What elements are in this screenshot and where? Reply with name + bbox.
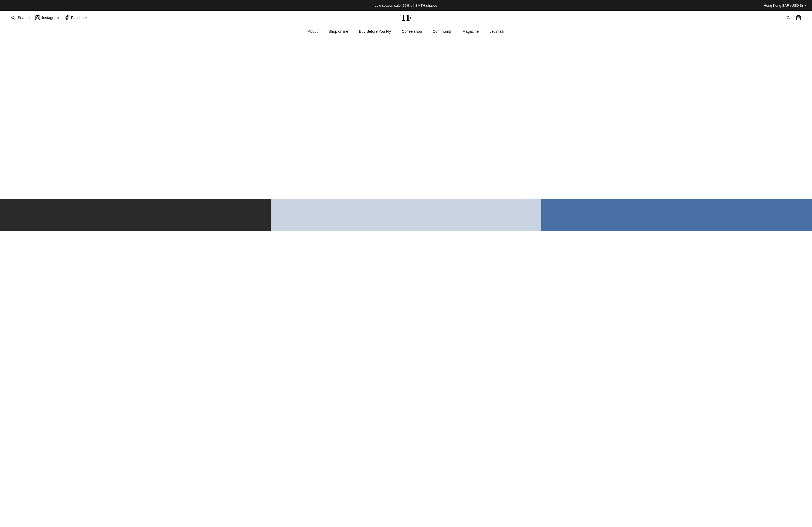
image-strip-item-1 — [0, 199, 271, 231]
cart-label: Cart — [787, 16, 794, 20]
nav-item-about[interactable]: About — [308, 29, 318, 33]
image-strip-item-3 — [541, 199, 812, 231]
nav-item-magazine[interactable]: Magazine — [462, 29, 479, 33]
image-strip-item-2 — [271, 199, 541, 231]
svg-rect-2 — [35, 16, 40, 20]
currency-label: Hong Kong SAR (USD $) — [764, 3, 803, 7]
svg-point-3 — [37, 17, 39, 19]
announcement-text: Low season sale! 20% off SMTH shapes — [5, 3, 807, 7]
facebook-icon — [64, 15, 70, 20]
svg-point-4 — [39, 16, 39, 17]
site-logo[interactable]: TF — [400, 13, 411, 23]
svg-line-1 — [14, 18, 15, 20]
nav-item-lets-talk[interactable]: Let's talk — [490, 29, 504, 33]
main-nav: About Shop online Buy Before You Fly Cof… — [0, 25, 812, 38]
logo-text: TF — [400, 13, 411, 22]
search-label: Search — [18, 16, 30, 20]
facebook-link[interactable]: Facebook — [64, 15, 88, 20]
nav-item-buy-before-you-fly[interactable]: Buy Before You Fly — [359, 29, 391, 33]
nav-item-community[interactable]: Community — [433, 29, 452, 33]
currency-selector[interactable]: Hong Kong SAR (USD $) — [764, 3, 807, 7]
nav-item-coffee-shop[interactable]: Coffee shop — [402, 29, 422, 33]
search-icon — [11, 15, 16, 20]
header-left: Search Instagram Facebook — [11, 15, 88, 20]
announcement-bar: Low season sale! 20% off SMTH shapes Hon… — [0, 0, 812, 11]
cart-icon — [796, 15, 801, 20]
chevron-down-icon — [804, 4, 807, 7]
instagram-label: Instagram — [42, 16, 59, 20]
image-strip — [0, 199, 812, 231]
instagram-icon — [35, 15, 40, 20]
facebook-label: Facebook — [71, 16, 88, 20]
cart-button[interactable]: Cart — [787, 15, 801, 20]
main-content — [0, 38, 812, 199]
instagram-link[interactable]: Instagram — [35, 15, 59, 20]
svg-point-0 — [12, 16, 14, 19]
search-button[interactable]: Search — [11, 15, 30, 20]
site-header: Search Instagram Facebook TF Cart — [0, 11, 812, 25]
nav-item-shop-online[interactable]: Shop online — [329, 29, 348, 33]
